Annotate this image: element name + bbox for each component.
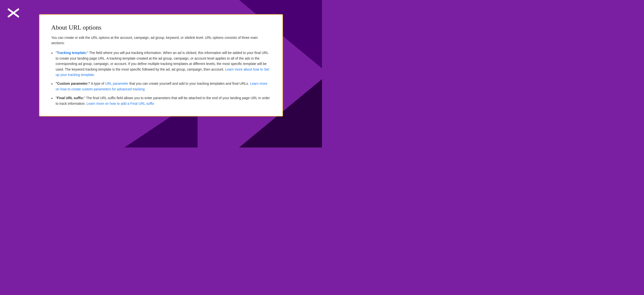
list-item-tracking-template: "Tracking template:" The field where you… xyxy=(51,50,271,77)
logo xyxy=(7,7,20,19)
card-intro: You can create or edit the URL options a… xyxy=(51,35,271,46)
final-url-suffix-bold: Final URL suffix: xyxy=(57,96,84,100)
card-title: About URL options xyxy=(51,24,271,31)
card-list: "Tracking template:" The field where you… xyxy=(51,50,271,106)
tracking-template-bold: "Tracking template:" xyxy=(56,51,88,55)
list-item-final-url-suffix: "Final URL suffix:" The final URL suffix… xyxy=(51,95,271,106)
custom-parameter-text1: A type of xyxy=(90,82,106,86)
content-card: About URL options You can create or edit… xyxy=(39,14,283,117)
custom-parameter-bold: "Custom parameter:" xyxy=(56,82,90,86)
tracking-template-period: . xyxy=(94,73,95,77)
final-url-suffix-learn-more-link[interactable]: Learn more on how to add a Final URL suf… xyxy=(86,102,154,106)
custom-parameter-text2: that you can create yourself and add to … xyxy=(128,82,250,86)
tracking-template-link[interactable]: Tracking template: xyxy=(57,51,87,55)
list-item-custom-parameter: "Custom parameter:" A type of URL parame… xyxy=(51,81,271,92)
url-parameter-link[interactable]: URL parameter xyxy=(105,82,128,86)
